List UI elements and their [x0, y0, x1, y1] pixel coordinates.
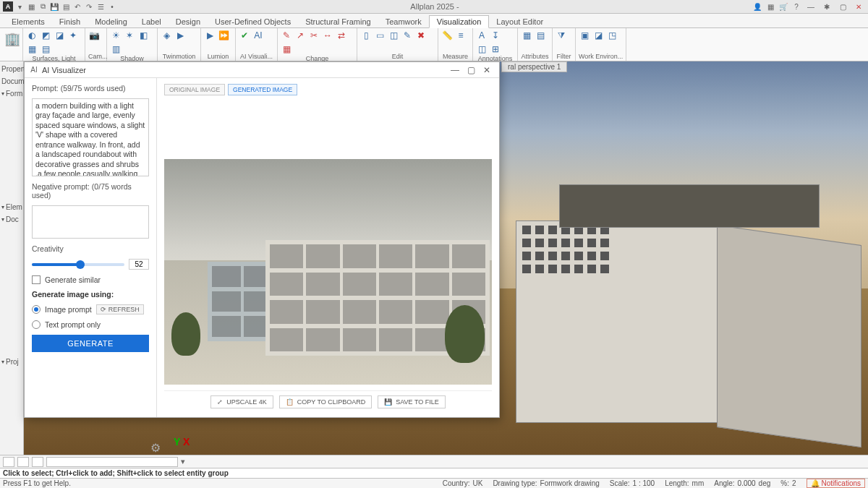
delete-icon[interactable]: ✖: [415, 30, 427, 41]
ai-icon[interactable]: AI: [252, 30, 264, 41]
help-icon[interactable]: ?: [791, 1, 801, 12]
refresh-button[interactable]: ⟳REFRESH: [96, 304, 144, 314]
ribbon-icon[interactable]: ◫: [388, 30, 399, 41]
tab-visualization[interactable]: Visualization: [429, 15, 490, 28]
upscale-button[interactable]: ⤢UPSCALE 4K: [210, 395, 273, 408]
settings-icon[interactable]: ✱: [820, 1, 833, 12]
qa-icon[interactable]: ⧉: [38, 1, 48, 12]
ribbon-icon[interactable]: ▯: [360, 30, 372, 41]
tab-teamwork[interactable]: Teamwork: [378, 16, 429, 27]
tab-original-image[interactable]: ORIGINAL IMAGE: [164, 84, 225, 95]
creativity-slider[interactable]: [32, 263, 124, 266]
maximize-icon[interactable]: ▢: [463, 65, 479, 75]
ribbon-icon[interactable]: ▣: [579, 30, 590, 41]
ribbon-icon[interactable]: ◐: [26, 30, 38, 41]
ribbon-icon[interactable]: ◧: [137, 30, 149, 41]
ribbon-icon[interactable]: ▥: [110, 43, 122, 55]
ribbon-icon[interactable]: ▦: [281, 43, 292, 55]
tool-icon[interactable]: [32, 457, 43, 467]
camera-icon[interactable]: 📷: [88, 30, 100, 41]
panel-section[interactable]: ▾Proj: [0, 356, 23, 368]
tool-icon[interactable]: [17, 457, 29, 467]
ribbon-icon[interactable]: ↧: [490, 30, 501, 41]
viewport-tab[interactable]: ral perspective 1: [501, 61, 567, 72]
creativity-value[interactable]: 52: [129, 259, 149, 270]
ribbon-icon[interactable]: ⊞: [490, 43, 501, 55]
tab-label[interactable]: Label: [135, 16, 169, 27]
redo-icon[interactable]: ↷: [84, 1, 94, 12]
ribbon-icon[interactable]: ⇄: [336, 30, 347, 41]
ribbon-icon[interactable]: ✦: [67, 30, 79, 41]
qa-icon[interactable]: •: [107, 1, 117, 12]
play-icon[interactable]: ▶: [204, 30, 216, 41]
ribbon-icon[interactable]: ✂: [308, 30, 320, 41]
pencil-icon[interactable]: ✎: [281, 30, 292, 41]
ribbon-icon[interactable]: ▭: [374, 30, 386, 41]
close-icon[interactable]: ✕: [479, 65, 495, 75]
ribbon-icon[interactable]: ◳: [606, 30, 618, 41]
tab-structural[interactable]: Structural Framing: [298, 16, 378, 27]
tool-icon[interactable]: [3, 457, 14, 467]
panel-tab[interactable]: Docum: [0, 75, 23, 87]
tab-generated-image[interactable]: GENERATED IMAGE: [228, 84, 297, 95]
prompt-input[interactable]: [32, 98, 149, 176]
ribbon-icon[interactable]: ◪: [54, 30, 65, 41]
building-icon[interactable]: 🏢: [3, 30, 22, 48]
ribbon-icon[interactable]: ✎: [401, 30, 413, 41]
ribbon-icon[interactable]: ▤: [40, 43, 51, 55]
cart-icon[interactable]: 🛒: [778, 1, 788, 12]
panel-section[interactable]: ▾Form: [0, 87, 23, 100]
tab-layout-editor[interactable]: Layout Editor: [489, 16, 550, 27]
app-icon[interactable]: A: [3, 1, 13, 12]
ribbon-icon[interactable]: ◈: [161, 30, 172, 41]
qa-icon[interactable]: ☰: [95, 1, 106, 12]
layer-select[interactable]: [46, 457, 178, 467]
save-icon[interactable]: 💾: [49, 1, 59, 12]
ribbon-group-label: Twinmotion: [161, 53, 197, 60]
ribbon-icon[interactable]: A: [476, 30, 488, 41]
chevron-down-icon[interactable]: ▾: [181, 457, 185, 466]
ribbon-icon[interactable]: ◩: [40, 30, 51, 41]
dropdown-icon[interactable]: ▾: [14, 1, 25, 12]
grid-icon[interactable]: ▦: [765, 1, 775, 12]
tab-modeling[interactable]: Modeling: [88, 16, 135, 27]
negative-prompt-input[interactable]: [32, 205, 149, 239]
ribbon-icon[interactable]: ↗: [294, 30, 306, 41]
text-prompt-radio[interactable]: Text prompt only: [32, 320, 149, 329]
ribbon-icon[interactable]: ⏩: [218, 30, 229, 41]
ribbon-icon[interactable]: ◫: [476, 43, 488, 55]
undo-icon[interactable]: ↶: [72, 1, 82, 12]
ribbon-icon[interactable]: ▦: [26, 43, 38, 55]
copy-button[interactable]: 📋COPY TO CLIPBOARD: [279, 395, 373, 408]
panel-section[interactable]: ▾Doc: [0, 213, 23, 226]
qa-icon[interactable]: ▤: [61, 1, 71, 12]
filter-icon[interactable]: ⧩: [556, 30, 567, 41]
qa-icon[interactable]: ▦: [26, 1, 36, 12]
close-icon[interactable]: ✕: [852, 1, 865, 12]
minimize-icon[interactable]: —: [804, 1, 817, 12]
ribbon-icon[interactable]: ▤: [535, 30, 546, 41]
image-prompt-radio[interactable]: Image prompt ⟳REFRESH: [32, 304, 149, 314]
ribbon-icon[interactable]: ▶: [174, 30, 186, 41]
tab-user-defined[interactable]: User-Defined Objects: [208, 16, 298, 27]
generate-button[interactable]: GENERATE: [32, 335, 149, 352]
save-button[interactable]: 💾SAVE TO FILE: [378, 395, 446, 408]
panel-section[interactable]: ▾Elem: [0, 201, 23, 213]
ribbon-icon[interactable]: ◪: [592, 30, 604, 41]
tab-design[interactable]: Design: [169, 16, 208, 27]
ribbon-icon[interactable]: ✶: [124, 30, 135, 41]
tab-finish[interactable]: Finish: [52, 16, 88, 27]
notifications-button[interactable]: 🔔Notifications: [807, 479, 865, 488]
user-icon[interactable]: 👤: [752, 1, 762, 12]
panel-tab[interactable]: Properties: [0, 63, 23, 75]
ruler-icon[interactable]: 📏: [441, 30, 453, 41]
tab-elements[interactable]: Elements: [4, 16, 52, 27]
sun-icon[interactable]: ☀: [110, 30, 122, 41]
ribbon-icon[interactable]: ▦: [521, 30, 532, 41]
maximize-icon[interactable]: ▢: [836, 1, 849, 12]
check-icon[interactable]: ✔: [239, 30, 250, 41]
minimize-icon[interactable]: —: [447, 65, 463, 75]
ribbon-icon[interactable]: ↔: [322, 30, 333, 41]
ribbon-icon[interactable]: ≡: [455, 30, 467, 41]
generate-similar-checkbox[interactable]: Generate similar: [32, 275, 149, 284]
